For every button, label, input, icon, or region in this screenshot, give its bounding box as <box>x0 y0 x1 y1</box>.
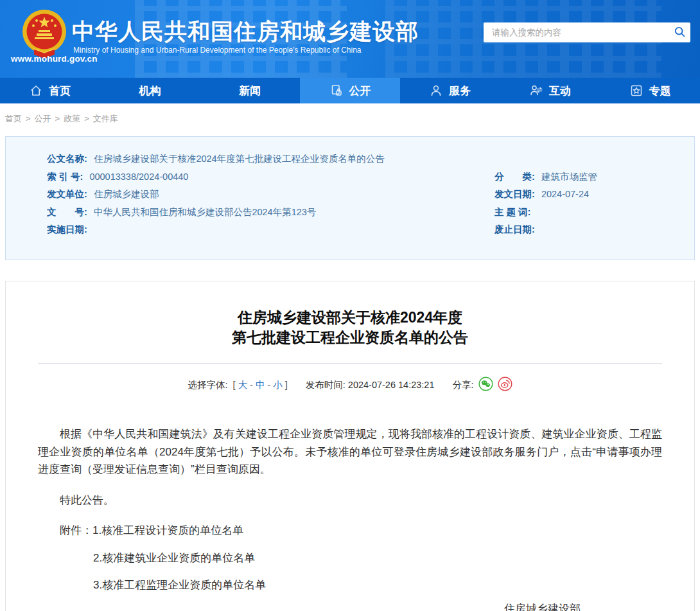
meta-row-index-no: 索 引 号: 000013338/2024-00440 <box>47 168 494 186</box>
search-box <box>484 22 690 42</box>
search-input[interactable] <box>484 22 669 42</box>
breadcrumb-home[interactable]: 首页 <box>5 114 22 123</box>
publish-time: 发布时间: 2024-07-26 14:23:21 <box>306 379 435 391</box>
meta-row-issuing-unit: 发文单位: 住房城乡建设部 <box>47 186 494 204</box>
main-nav: 首页 机构 新闻 公开 服务 <box>0 78 700 103</box>
font-size-large-link[interactable]: 大 <box>238 379 248 391</box>
meta-value: 2024-07-24 <box>541 189 589 199</box>
nav-item-disclosure[interactable]: 公开 <box>300 78 400 103</box>
site-url: www.mohurd.gov.cn <box>11 54 98 64</box>
ministry-title-cn: 中华人民共和国住房和城乡建设部 <box>72 17 419 47</box>
article-title: 住房城乡建设部关于核准2024年度 第七批建设工程企业资质名单的公告 <box>38 308 662 348</box>
meta-row-doc-number: 文 号: 中华人民共和国住房和城乡建设部公告2024年第123号 <box>47 204 494 222</box>
meta-value: 住房城乡建设部关于核准2024年度第七批建设工程企业资质名单的公告 <box>94 154 385 164</box>
article-paragraph: 根据《中华人民共和国建筑法》及有关建设工程企业资质管理规定，现将我部核准的工程设… <box>38 425 662 479</box>
site-header: www.mohurd.gov.cn 中华人民共和国住房和城乡建设部 Minist… <box>0 0 700 78</box>
meta-row-subject-words: 主 题 词: <box>494 204 684 222</box>
meta-value: 建筑市场监管 <box>541 172 597 182</box>
nav-item-interaction[interactable]: 互动 <box>500 78 600 103</box>
dash: - <box>267 380 270 390</box>
meta-label: 主 题 词: <box>494 207 530 217</box>
title-divider <box>38 363 662 364</box>
nav-item-news[interactable]: 新闻 <box>200 78 300 103</box>
article-closing: 特此公告。 <box>38 491 662 509</box>
nav-item-organization[interactable]: 机构 <box>100 78 200 103</box>
nav-label: 机构 <box>139 84 161 98</box>
meta-label: 分 类: <box>494 172 535 182</box>
breadcrumb-policy[interactable]: 政策 <box>64 114 80 123</box>
meta-row-doc-name: 公文名称: 住房城乡建设部关于核准2024年度第七批建设工程企业资质名单的公告 <box>47 150 684 168</box>
search-button[interactable] <box>669 22 690 42</box>
meta-value: 000013338/2024-00440 <box>89 172 188 182</box>
attachment-link-2[interactable]: 2.核准建筑业企业资质的单位名单 <box>93 552 255 564</box>
font-size-medium-link[interactable]: 中 <box>256 379 265 391</box>
meta-value: 住房城乡建设部 <box>94 189 159 199</box>
wechat-share-icon[interactable] <box>478 376 493 393</box>
meta-row-effective-date: 实施日期: <box>47 221 494 239</box>
nav-label: 专题 <box>649 84 671 98</box>
signature: 住房城乡建设部 <box>38 600 662 611</box>
weibo-share-icon[interactable] <box>498 376 512 393</box>
font-select-label: 选择字体: <box>188 379 227 391</box>
nav-item-services[interactable]: 服务 <box>400 78 500 103</box>
document-lock-icon <box>329 84 344 98</box>
attachment-link-1[interactable]: 1.核准工程设计资质的单位名单 <box>92 524 243 536</box>
bracket: [ <box>233 380 236 390</box>
nav-label: 公开 <box>349 84 371 98</box>
meta-label: 废止日期: <box>494 224 535 235</box>
meta-label: 发文单位: <box>47 189 87 199</box>
meta-label: 公文名称: <box>47 154 87 164</box>
breadcrumb-library[interactable]: 文件库 <box>93 114 118 123</box>
meta-value: 中华人民共和国住房和城乡建设部公告2024年第123号 <box>94 207 316 217</box>
meta-label: 文 号: <box>47 207 87 217</box>
article-body: 根据《中华人民共和国建筑法》及有关建设工程企业资质管理规定，现将我部核准的工程设… <box>38 425 662 611</box>
bracket: ] <box>285 380 288 390</box>
attachment-line-2: 2.核准建筑业企业资质的单位名单 <box>38 549 662 567</box>
font-size-selector: 选择字体: [ 大 - 中 - 小 ] <box>188 379 287 391</box>
dash: - <box>250 380 253 390</box>
publish-time-value: 2024-07-26 14:23:21 <box>348 380 435 390</box>
person-icon <box>429 84 443 98</box>
meta-label: 发文日期: <box>494 189 535 199</box>
publish-time-label: 发布时间: <box>306 380 346 390</box>
attachment-line-1: 附件：1.核准工程设计资质的单位名单 <box>38 522 662 540</box>
article-panel: 住房城乡建设部关于核准2024年度 第七批建设工程企业资质名单的公告 选择字体:… <box>5 281 695 611</box>
attachment-line-3: 3.核准工程监理企业资质的单位名单 <box>38 576 662 594</box>
nav-label: 新闻 <box>239 84 261 98</box>
font-size-small-link[interactable]: 小 <box>273 379 283 391</box>
share-group: 分享: <box>452 376 512 393</box>
person-arrows-icon <box>529 84 543 98</box>
nav-item-home[interactable]: 首页 <box>0 78 100 103</box>
nav-label: 服务 <box>449 84 471 98</box>
ministry-title-en: Ministry of Housing and Urban-Rural Deve… <box>73 46 362 55</box>
meta-label: 索 引 号: <box>47 172 83 182</box>
nav-label: 互动 <box>549 84 571 98</box>
breadcrumb-separator: > <box>55 114 60 123</box>
breadcrumb: 首页>公开>政策>文件库 <box>5 113 118 125</box>
nav-label: 首页 <box>49 84 71 98</box>
breadcrumb-separator: > <box>84 114 89 123</box>
meta-row-category: 分 类: 建筑市场监管 <box>494 168 684 186</box>
nav-item-topics[interactable]: 专题 <box>600 78 700 103</box>
search-icon <box>674 26 686 40</box>
breadcrumb-separator: > <box>26 114 31 123</box>
home-icon <box>29 84 43 98</box>
attachment-link-3[interactable]: 3.核准工程监理企业资质的单位名单 <box>93 579 266 591</box>
article-title-line2: 第七批建设工程企业资质名单的公告 <box>38 328 662 348</box>
article-title-line1: 住房城乡建设部关于核准2024年度 <box>38 308 662 328</box>
attachments-label: 附件： <box>60 524 92 536</box>
meta-label: 实施日期: <box>47 224 87 235</box>
meta-row-issue-date: 发文日期: 2024-07-24 <box>494 186 684 204</box>
meta-row-repeal-date: 废止日期: <box>494 221 684 239</box>
star-box-icon <box>629 84 643 98</box>
article-meta-bar: 选择字体: [ 大 - 中 - 小 ] 发布时间: 2024-07-26 14:… <box>38 376 662 393</box>
document-meta-panel: 公文名称: 住房城乡建设部关于核准2024年度第七批建设工程企业资质名单的公告 … <box>5 136 695 260</box>
share-label: 分享: <box>452 379 473 391</box>
breadcrumb-disclosure[interactable]: 公开 <box>35 114 51 123</box>
